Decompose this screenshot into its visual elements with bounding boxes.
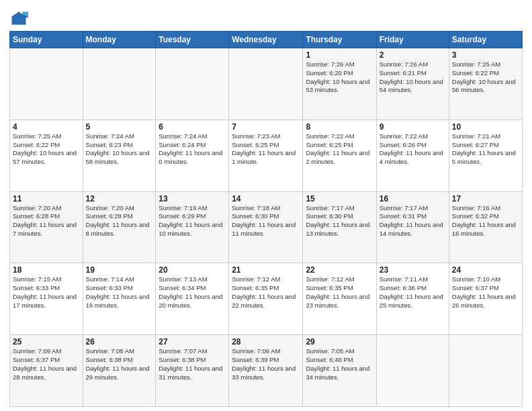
calendar-cell: 15Sunrise: 7:17 AMSunset: 6:30 PMDayligh… bbox=[303, 191, 376, 263]
day-number: 3 bbox=[452, 50, 519, 60]
day-info: Sunrise: 7:17 AMSunset: 6:30 PMDaylight:… bbox=[306, 204, 373, 238]
day-number: 11 bbox=[13, 194, 80, 203]
day-info: Sunrise: 7:06 AMSunset: 6:39 PMDaylight:… bbox=[232, 347, 300, 381]
calendar-cell: 12Sunrise: 7:20 AMSunset: 6:28 PMDayligh… bbox=[83, 191, 156, 263]
day-info: Sunrise: 7:17 AMSunset: 6:31 PMDaylight:… bbox=[380, 204, 446, 238]
day-number: 16 bbox=[380, 194, 446, 203]
logo bbox=[9, 9, 31, 28]
day-info: Sunrise: 7:23 AMSunset: 6:25 PMDaylight:… bbox=[232, 132, 300, 167]
calendar-cell: 13Sunrise: 7:19 AMSunset: 6:29 PMDayligh… bbox=[156, 191, 229, 263]
day-number: 9 bbox=[380, 122, 446, 132]
calendar-cell: 8Sunrise: 7:22 AMSunset: 6:25 PMDaylight… bbox=[303, 120, 376, 191]
calendar-cell: 11Sunrise: 7:20 AMSunset: 6:28 PMDayligh… bbox=[10, 191, 83, 263]
day-number: 2 bbox=[380, 50, 446, 60]
day-info: Sunrise: 7:25 AMSunset: 6:22 PMDaylight:… bbox=[13, 132, 80, 167]
calendar-cell: 23Sunrise: 7:11 AMSunset: 6:36 PMDayligh… bbox=[376, 263, 449, 335]
calendar-cell: 22Sunrise: 7:12 AMSunset: 6:35 PMDayligh… bbox=[303, 263, 376, 335]
calendar-cell: 19Sunrise: 7:14 AMSunset: 6:33 PMDayligh… bbox=[83, 263, 156, 335]
weekday-header-row: SundayMondayTuesdayWednesdayThursdayFrid… bbox=[10, 32, 523, 48]
day-info: Sunrise: 7:16 AMSunset: 6:32 PMDaylight:… bbox=[452, 204, 519, 238]
weekday-header-friday: Friday bbox=[376, 32, 449, 48]
day-info: Sunrise: 7:12 AMSunset: 6:35 PMDaylight:… bbox=[306, 275, 373, 310]
day-info: Sunrise: 7:05 AMSunset: 6:40 PMDaylight:… bbox=[306, 347, 373, 381]
calendar-cell bbox=[156, 48, 229, 120]
day-info: Sunrise: 7:26 AMSunset: 6:20 PMDaylight:… bbox=[306, 60, 373, 95]
day-info: Sunrise: 7:13 AMSunset: 6:34 PMDaylight:… bbox=[159, 275, 226, 310]
calendar-cell bbox=[376, 335, 449, 407]
day-number: 10 bbox=[452, 122, 519, 132]
day-info: Sunrise: 7:24 AMSunset: 6:23 PMDaylight:… bbox=[86, 132, 153, 167]
calendar-week-1: 1Sunrise: 7:26 AMSunset: 6:20 PMDaylight… bbox=[10, 48, 523, 120]
day-info: Sunrise: 7:22 AMSunset: 6:25 PMDaylight:… bbox=[306, 132, 373, 167]
day-info: Sunrise: 7:11 AMSunset: 6:36 PMDaylight:… bbox=[380, 275, 446, 310]
calendar-week-3: 11Sunrise: 7:20 AMSunset: 6:28 PMDayligh… bbox=[10, 191, 523, 263]
calendar-cell: 21Sunrise: 7:12 AMSunset: 6:35 PMDayligh… bbox=[229, 263, 303, 335]
day-info: Sunrise: 7:24 AMSunset: 6:24 PMDaylight:… bbox=[159, 132, 226, 167]
day-number: 22 bbox=[306, 265, 373, 275]
calendar-cell: 9Sunrise: 7:22 AMSunset: 6:26 PMDaylight… bbox=[376, 120, 449, 191]
day-number: 28 bbox=[232, 337, 300, 347]
calendar-cell: 24Sunrise: 7:10 AMSunset: 6:37 PMDayligh… bbox=[449, 263, 522, 335]
day-number: 29 bbox=[306, 337, 373, 347]
day-info: Sunrise: 7:19 AMSunset: 6:29 PMDaylight:… bbox=[159, 204, 226, 238]
calendar-cell bbox=[229, 48, 303, 120]
day-number: 27 bbox=[159, 337, 226, 347]
weekday-header-monday: Monday bbox=[83, 32, 156, 48]
day-number: 1 bbox=[306, 50, 373, 60]
calendar-cell: 14Sunrise: 7:18 AMSunset: 6:30 PMDayligh… bbox=[229, 191, 303, 263]
calendar-table: SundayMondayTuesdayWednesdayThursdayFrid… bbox=[9, 31, 523, 407]
calendar-week-5: 25Sunrise: 7:09 AMSunset: 6:37 PMDayligh… bbox=[10, 335, 523, 407]
day-info: Sunrise: 7:18 AMSunset: 6:30 PMDaylight:… bbox=[232, 204, 300, 238]
header bbox=[9, 7, 523, 28]
day-number: 21 bbox=[232, 265, 300, 275]
calendar-cell bbox=[83, 48, 156, 120]
calendar-cell: 27Sunrise: 7:07 AMSunset: 6:38 PMDayligh… bbox=[156, 335, 229, 407]
day-info: Sunrise: 7:09 AMSunset: 6:37 PMDaylight:… bbox=[13, 347, 80, 381]
calendar-cell bbox=[449, 335, 522, 407]
weekday-header-wednesday: Wednesday bbox=[229, 32, 303, 48]
day-number: 18 bbox=[13, 265, 80, 275]
weekday-header-saturday: Saturday bbox=[449, 32, 522, 48]
day-number: 19 bbox=[86, 265, 153, 275]
calendar-cell: 5Sunrise: 7:24 AMSunset: 6:23 PMDaylight… bbox=[83, 120, 156, 191]
calendar-cell: 18Sunrise: 7:15 AMSunset: 6:33 PMDayligh… bbox=[10, 263, 83, 335]
day-number: 26 bbox=[86, 337, 153, 347]
day-info: Sunrise: 7:08 AMSunset: 6:38 PMDaylight:… bbox=[86, 347, 153, 381]
logo-icon bbox=[9, 9, 28, 28]
calendar-cell bbox=[10, 48, 83, 120]
calendar-cell: 10Sunrise: 7:21 AMSunset: 6:27 PMDayligh… bbox=[449, 120, 522, 191]
day-info: Sunrise: 7:22 AMSunset: 6:26 PMDaylight:… bbox=[380, 132, 446, 167]
day-number: 14 bbox=[232, 194, 300, 203]
calendar-cell: 6Sunrise: 7:24 AMSunset: 6:24 PMDaylight… bbox=[156, 120, 229, 191]
day-number: 17 bbox=[452, 194, 519, 203]
calendar-cell: 3Sunrise: 7:25 AMSunset: 6:22 PMDaylight… bbox=[449, 48, 522, 120]
day-number: 8 bbox=[306, 122, 373, 132]
calendar-cell: 17Sunrise: 7:16 AMSunset: 6:32 PMDayligh… bbox=[449, 191, 522, 263]
calendar-cell: 26Sunrise: 7:08 AMSunset: 6:38 PMDayligh… bbox=[83, 335, 156, 407]
calendar-cell: 16Sunrise: 7:17 AMSunset: 6:31 PMDayligh… bbox=[376, 191, 449, 263]
day-info: Sunrise: 7:12 AMSunset: 6:35 PMDaylight:… bbox=[232, 275, 300, 310]
day-number: 5 bbox=[86, 122, 153, 132]
calendar-cell: 20Sunrise: 7:13 AMSunset: 6:34 PMDayligh… bbox=[156, 263, 229, 335]
calendar-week-2: 4Sunrise: 7:25 AMSunset: 6:22 PMDaylight… bbox=[10, 120, 523, 191]
day-info: Sunrise: 7:26 AMSunset: 6:21 PMDaylight:… bbox=[380, 60, 446, 95]
calendar-cell: 4Sunrise: 7:25 AMSunset: 6:22 PMDaylight… bbox=[10, 120, 83, 191]
day-info: Sunrise: 7:15 AMSunset: 6:33 PMDaylight:… bbox=[13, 275, 80, 310]
calendar-cell: 29Sunrise: 7:05 AMSunset: 6:40 PMDayligh… bbox=[303, 335, 376, 407]
day-info: Sunrise: 7:10 AMSunset: 6:37 PMDaylight:… bbox=[452, 275, 519, 310]
day-number: 6 bbox=[159, 122, 226, 132]
day-number: 15 bbox=[306, 194, 373, 203]
day-number: 7 bbox=[232, 122, 300, 132]
calendar-cell: 7Sunrise: 7:23 AMSunset: 6:25 PMDaylight… bbox=[229, 120, 303, 191]
day-number: 12 bbox=[86, 194, 153, 203]
day-number: 25 bbox=[13, 337, 80, 347]
day-info: Sunrise: 7:21 AMSunset: 6:27 PMDaylight:… bbox=[452, 132, 519, 167]
weekday-header-thursday: Thursday bbox=[303, 32, 376, 48]
page: SundayMondayTuesdayWednesdayThursdayFrid… bbox=[0, 0, 532, 411]
calendar-cell: 25Sunrise: 7:09 AMSunset: 6:37 PMDayligh… bbox=[10, 335, 83, 407]
day-number: 24 bbox=[452, 265, 519, 275]
day-info: Sunrise: 7:07 AMSunset: 6:38 PMDaylight:… bbox=[159, 347, 226, 381]
day-number: 20 bbox=[159, 265, 226, 275]
day-number: 23 bbox=[380, 265, 446, 275]
day-info: Sunrise: 7:20 AMSunset: 6:28 PMDaylight:… bbox=[86, 204, 153, 238]
